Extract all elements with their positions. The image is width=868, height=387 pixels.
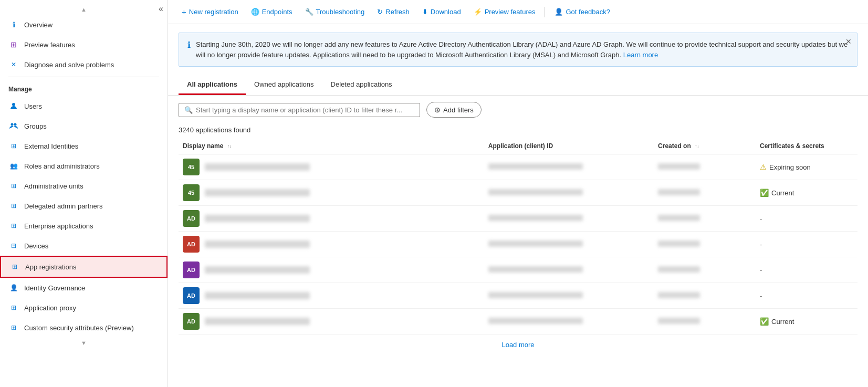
refresh-icon: ↻ [377, 8, 383, 16]
tab-owned-applications[interactable]: Owned applications [246, 75, 322, 95]
sidebar-item-users[interactable]: Users [0, 96, 168, 116]
cell-cert-status: - [756, 257, 857, 283]
manage-section-title: Manage [0, 79, 168, 96]
info-banner-text: Starting June 30th, 2020 we will no long… [196, 39, 849, 60]
cert-expiring-soon: ⚠Expiring soon [760, 163, 853, 171]
cell-display-name: 45 [179, 180, 484, 206]
sidebar-label-enterprise: Enterprise applications [24, 222, 93, 230]
add-filters-icon: ⊕ [434, 106, 441, 114]
troubleshooting-icon: 🔧 [305, 8, 313, 16]
roles-icon: 👥 [8, 161, 19, 171]
app-id-value [488, 318, 583, 324]
preview-icon: ⊞ [8, 39, 19, 50]
table-row[interactable]: 45⚠Expiring soon [179, 154, 857, 180]
app-name[interactable] [205, 189, 310, 196]
sidebar-item-identity-governance[interactable]: 👤 Identity Governance [0, 278, 168, 298]
cert-none: - [760, 266, 762, 274]
sidebar-item-delegated-admin[interactable]: ⊞ Delegated admin partners [0, 196, 168, 216]
banner-close-button[interactable]: ✕ [845, 37, 852, 46]
app-badge: AD [183, 313, 200, 330]
sidebar-item-groups[interactable]: Groups [0, 116, 168, 136]
svg-point-0 [12, 103, 15, 106]
app-name[interactable] [205, 215, 310, 222]
cell-created-on [654, 180, 756, 206]
sidebar-label-groups: Groups [24, 122, 47, 130]
table-row[interactable]: AD- [179, 283, 857, 309]
main-content: + New registration 🌐 Endpoints 🔧 Trouble… [168, 0, 868, 387]
search-input[interactable] [196, 106, 414, 114]
app-id-value [488, 189, 583, 195]
sidebar-item-app-registrations[interactable]: ⊞ App registrations [0, 256, 168, 278]
cert-current: ✅Current [760, 189, 853, 197]
tab-deleted-applications[interactable]: Deleted applications [322, 75, 401, 95]
sidebar-item-preview-features[interactable]: ⊞ Preview features [0, 35, 168, 55]
sidebar-item-diagnose[interactable]: ✕ Diagnose and solve problems [0, 55, 168, 75]
sidebar-item-enterprise-apps[interactable]: ⊞ Enterprise applications [0, 216, 168, 236]
sidebar-item-custom-security[interactable]: ⊞ Custom security attributes (Preview) [0, 318, 168, 338]
preview-features-button[interactable]: ⚡ Preview features [468, 5, 541, 19]
add-filters-label: Add filters [443, 106, 474, 114]
checkmark-icon: ✅ [760, 317, 769, 326]
sidebar-item-external-identities[interactable]: ⊞ External Identities [0, 136, 168, 156]
app-badge: AD [183, 287, 200, 304]
cell-display-name: AD [179, 232, 484, 257]
cell-app-id [484, 309, 654, 334]
users-icon [8, 101, 19, 111]
learn-more-link[interactable]: Learn more [623, 51, 658, 59]
sidebar-item-overview[interactable]: ℹ Overview [0, 15, 168, 35]
refresh-button[interactable]: ↻ Refresh [372, 5, 415, 19]
table-row[interactable]: AD✅Current [179, 309, 857, 334]
sort-display-name-icon[interactable]: ↑↓ [227, 144, 232, 149]
sidebar-item-app-proxy[interactable]: ⊞ Application proxy [0, 298, 168, 318]
table-row[interactable]: AD- [179, 206, 857, 232]
preview-features-label: Preview features [485, 8, 536, 16]
app-badge: AD [183, 262, 200, 278]
enterprise-apps-icon: ⊞ [8, 221, 19, 231]
endpoints-label: Endpoints [262, 8, 292, 16]
got-feedback-button[interactable]: 👤 Got feedback? [549, 5, 615, 19]
cert-label: Current [771, 318, 794, 326]
troubleshooting-button[interactable]: 🔧 Troubleshooting [300, 5, 370, 19]
sidebar-label-overview: Overview [24, 21, 53, 29]
app-name[interactable] [205, 318, 310, 325]
app-id-value [488, 215, 583, 221]
custom-security-icon: ⊞ [8, 322, 19, 333]
sidebar-label-roles: Roles and administrators [24, 162, 100, 170]
col-header-created-on[interactable]: Created on ↑↓ [654, 138, 756, 154]
sidebar-collapse-button[interactable]: « [159, 4, 163, 14]
scroll-up-indicator: ▲ [0, 6, 168, 15]
endpoints-button[interactable]: 🌐 Endpoints [246, 5, 298, 19]
external-identities-icon: ⊞ [8, 141, 19, 151]
add-filters-button[interactable]: ⊕ Add filters [426, 102, 482, 118]
app-name[interactable] [205, 240, 310, 248]
sidebar-item-roles[interactable]: 👥 Roles and administrators [0, 156, 168, 176]
new-registration-button[interactable]: + New registration [176, 4, 244, 19]
created-on-value [658, 163, 700, 170]
cell-created-on [654, 154, 756, 180]
applications-table: Display name ↑↓ Application (client) ID … [179, 138, 857, 334]
table-row[interactable]: AD- [179, 257, 857, 283]
created-on-value [658, 266, 700, 273]
download-button[interactable]: ⬇ Download [417, 5, 466, 19]
app-name[interactable] [205, 163, 310, 171]
table-row[interactable]: AD- [179, 232, 857, 257]
tab-all-applications[interactable]: All applications [179, 75, 246, 95]
sidebar-divider [8, 77, 159, 77]
download-icon: ⬇ [422, 8, 428, 16]
col-header-display-name[interactable]: Display name ↑↓ [179, 138, 484, 154]
app-id-value [488, 292, 583, 298]
cell-cert-status: ✅Current [756, 309, 857, 334]
app-name[interactable] [205, 266, 310, 274]
svg-point-1 [11, 123, 14, 126]
cell-display-name: AD [179, 283, 484, 309]
load-more-link[interactable]: Load more [501, 341, 534, 349]
sidebar-item-devices[interactable]: ⊟ Devices [0, 236, 168, 256]
app-name[interactable] [205, 292, 310, 299]
table-row[interactable]: 45✅Current [179, 180, 857, 206]
sidebar-item-admin-units[interactable]: ⊞ Administrative units [0, 176, 168, 196]
sort-created-on-icon[interactable]: ↑↓ [695, 144, 699, 149]
cert-none: - [760, 240, 762, 248]
sidebar-label-identity-gov: Identity Governance [24, 284, 85, 292]
sidebar-label-devices: Devices [24, 242, 48, 250]
new-registration-label: New registration [189, 8, 238, 16]
